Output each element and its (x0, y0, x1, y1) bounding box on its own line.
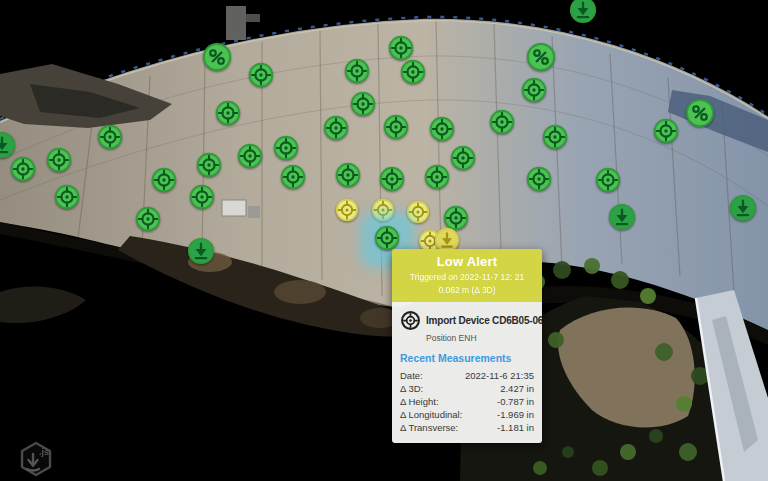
download-marker[interactable] (609, 204, 636, 231)
prism-target-marker[interactable] (401, 60, 426, 85)
alert-popup: Low Alert Triggered on 2022-11-7 12: 21 … (392, 249, 542, 443)
viewport-3d[interactable]: Low Alert Triggered on 2022-11-7 12: 21 … (0, 0, 768, 481)
measurement-label: Date: (400, 369, 423, 382)
measurement-row: Δ Transverse: -1.181 in (400, 421, 534, 434)
prism-target-marker[interactable] (384, 115, 409, 140)
prism-target-marker[interactable] (238, 144, 263, 169)
prism-target-marker[interactable] (274, 136, 299, 161)
prism-target-marker[interactable] (389, 36, 414, 61)
prism-target-marker[interactable] (490, 110, 515, 135)
download-marker[interactable] (570, 0, 597, 24)
percent-marker[interactable] (527, 43, 556, 72)
prism-target-marker[interactable] (596, 168, 621, 193)
prism-target-marker[interactable] (451, 146, 476, 171)
measurement-value: -0.787 in (497, 395, 534, 408)
watermark-label: .js (39, 447, 49, 457)
prism-target-marker[interactable] (351, 92, 376, 117)
download-marker[interactable] (0, 132, 16, 159)
alert-magnitude: 0.062 m (Δ 3D) (396, 285, 538, 295)
download-marker[interactable] (730, 195, 757, 222)
measurement-value: 2022-11-6 21:35 (465, 369, 534, 382)
prism-target-marker[interactable] (430, 117, 455, 142)
measurement-label: Δ Longitudinal: (400, 408, 462, 421)
recent-measurements-link[interactable]: Recent Measurements (400, 352, 534, 364)
measurement-value: 2.427 in (500, 382, 534, 395)
prism-target-marker[interactable] (249, 63, 274, 88)
device-position: Position ENH (426, 333, 534, 343)
measurement-row: Δ Longitudinal: -1.969 in (400, 408, 534, 421)
prism-target-marker[interactable] (11, 157, 36, 182)
alert-popup-body: Import Device CD6B05-06 Position ENH Rec… (392, 302, 542, 443)
prism-target-marker[interactable] (345, 59, 370, 84)
target-icon (400, 310, 421, 331)
prism-target-marker[interactable] (372, 199, 395, 222)
js-watermark-logo: .js (16, 440, 60, 480)
prism-target-marker[interactable] (543, 125, 568, 150)
prism-target-marker[interactable] (98, 125, 123, 150)
prism-target-marker[interactable] (380, 167, 405, 192)
alert-title: Low Alert (396, 254, 538, 269)
measurement-label: Δ 3D: (400, 382, 423, 395)
measurement-value: -1.181 in (497, 421, 534, 434)
prism-target-marker[interactable] (527, 167, 552, 192)
marker-layer (0, 0, 768, 481)
prism-target-marker[interactable] (47, 148, 72, 173)
measurement-label: Δ Transverse: (400, 421, 458, 434)
download-marker[interactable] (188, 238, 215, 265)
prism-target-marker[interactable] (654, 119, 679, 144)
measurement-row: Δ Height: -0.787 in (400, 395, 534, 408)
prism-target-marker[interactable] (407, 201, 430, 224)
measurement-row: Δ 3D: 2.427 in (400, 382, 534, 395)
measurement-row: Date: 2022-11-6 21:35 (400, 369, 534, 382)
prism-target-marker[interactable] (425, 165, 450, 190)
prism-target-marker[interactable] (216, 101, 241, 126)
alert-triggered: Triggered on 2022-11-7 12: 21 (396, 272, 538, 282)
measurement-value: -1.969 in (497, 408, 534, 421)
prism-target-marker[interactable] (190, 185, 215, 210)
prism-target-marker[interactable] (522, 78, 547, 103)
device-name: Import Device CD6B05-06 (426, 315, 542, 326)
prism-target-marker[interactable] (55, 185, 80, 210)
prism-target-marker[interactable] (375, 226, 400, 251)
prism-target-marker[interactable] (197, 153, 222, 178)
prism-target-marker[interactable] (136, 207, 161, 232)
prism-target-marker[interactable] (336, 199, 359, 222)
prism-target-marker[interactable] (324, 116, 349, 141)
prism-target-marker[interactable] (152, 168, 177, 193)
percent-marker[interactable] (686, 99, 715, 128)
prism-target-marker[interactable] (281, 165, 306, 190)
percent-marker[interactable] (203, 43, 232, 72)
measurement-label: Δ Height: (400, 395, 439, 408)
prism-target-marker[interactable] (336, 163, 361, 188)
alert-popup-header: Low Alert Triggered on 2022-11-7 12: 21 … (392, 249, 542, 302)
